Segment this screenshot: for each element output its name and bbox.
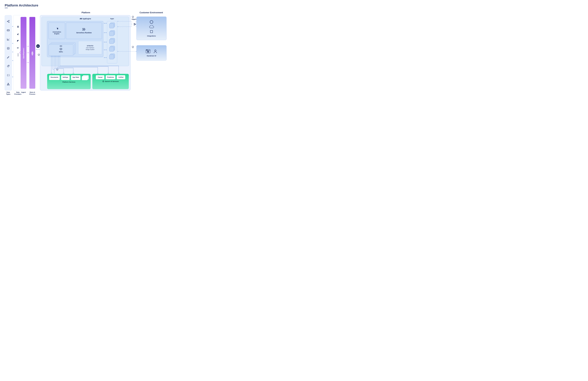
sdks-label: SDKs <box>59 51 63 53</box>
bidir-arrow <box>104 32 107 33</box>
svg-point-0 <box>7 21 8 22</box>
customer-env-title: Customer Environment <box>135 11 168 14</box>
platform-services-box: Documents Settings App State Platform Se… <box>47 74 91 89</box>
openpipeline-label: OpenPipeline™ <box>23 47 24 59</box>
edge-connectors <box>118 20 138 32</box>
circle-icon <box>149 20 153 24</box>
telescope-icon <box>17 32 20 35</box>
svg-point-61 <box>147 50 147 50</box>
ui-connector <box>118 50 136 53</box>
bird-icon <box>17 39 20 42</box>
strato-subtitle: User Interface Design System <box>86 47 94 50</box>
appengine-box: Automation Engine Serverless Runtime SDK… <box>47 21 103 57</box>
platform-box: AppEngine Apps Automation Engine Serverl… <box>40 15 130 90</box>
documents-tile: Documents <box>49 75 60 80</box>
svg-rect-35 <box>80 18 80 19</box>
dynatrace-ui-box: Dynatrace UI <box>136 45 167 61</box>
flow-icon <box>17 46 20 49</box>
store-column: Grail™ <box>29 17 35 89</box>
store-col-label: Store & Process <box>28 91 36 95</box>
svg-rect-34 <box>81 18 82 19</box>
svg-line-3 <box>8 21 9 21</box>
grail-label: Grail™ <box>32 50 33 56</box>
integrations-box: Integrations <box>136 17 167 40</box>
copilot-tile: CoPilot <box>117 75 125 79</box>
more-providers-icon <box>18 54 18 56</box>
app-tile <box>109 38 115 44</box>
svg-point-2 <box>9 22 9 22</box>
app-tile <box>109 22 115 28</box>
automation-engine-box: Automation Engine <box>49 22 65 39</box>
svg-point-55 <box>150 21 153 23</box>
svg-line-4 <box>8 22 9 22</box>
title-underline <box>5 8 8 8</box>
settings-tile: Settings <box>61 75 70 80</box>
architecture-diagram: Platform Customer Environment LOG OpenPi… <box>5 10 167 98</box>
serverless-label: Serverless Runtime <box>76 32 92 34</box>
sdks-stack: SDKs SDK <box>49 42 76 56</box>
cloud-icon <box>149 25 154 29</box>
svg-rect-56 <box>150 30 153 33</box>
svg-rect-37 <box>80 19 80 19</box>
agent-head-icon <box>17 25 20 28</box>
tag-icon <box>7 65 10 68</box>
network-icon <box>7 83 10 85</box>
causal-tile: Causal <box>96 75 104 79</box>
ingest-col-label: Ingest <box>21 91 26 93</box>
svg-rect-39 <box>83 29 85 30</box>
svg-point-47 <box>103 81 104 82</box>
svg-point-59 <box>146 50 147 50</box>
shield-icon <box>38 54 40 56</box>
davis-ai-label: Davis® AI Services <box>102 81 119 82</box>
svg-point-48 <box>103 81 104 82</box>
platform-services-label: Platform Services <box>63 81 75 83</box>
serverless-icon <box>82 28 86 31</box>
svg-rect-5 <box>7 30 9 31</box>
serverless-runtime-box: Serverless Runtime <box>66 22 102 39</box>
dynatrace-ui-label: Dynatrace UI <box>147 55 156 57</box>
shield-icon <box>132 46 134 48</box>
card-icon <box>7 29 10 32</box>
bidir-arrow <box>104 23 107 24</box>
pen-icon <box>7 56 10 59</box>
svg-point-60 <box>147 50 147 50</box>
shield-icon <box>132 16 134 18</box>
svg-point-11 <box>9 66 9 66</box>
svg-rect-12 <box>8 83 9 84</box>
square-icon <box>150 30 153 33</box>
svg-point-1 <box>9 20 9 21</box>
data-types-col-label: Data Types <box>5 91 12 95</box>
strato-box: STRATO User Interface Design System <box>78 41 102 54</box>
davis-ai-services-box: Causal Predictive CoPilot Davis® AI Serv… <box>92 74 129 89</box>
automation-icon <box>55 27 58 30</box>
sdk-badge: SDK <box>60 45 62 46</box>
braces-icon <box>7 74 10 77</box>
svg-point-64 <box>154 50 156 51</box>
automation-label: Automation Engine <box>53 31 61 35</box>
share-icon <box>7 20 10 23</box>
svg-rect-36 <box>80 19 80 19</box>
bidir-arrow <box>104 42 107 43</box>
strato-title: STRATO <box>87 45 93 47</box>
more-services-stack <box>82 75 89 80</box>
davis-icon <box>102 81 104 82</box>
sdk-box-icon <box>60 48 62 50</box>
chart-icon <box>7 38 10 41</box>
platform-section-title: Platform <box>62 11 109 14</box>
svg-rect-25 <box>18 26 18 26</box>
svg-rect-13 <box>7 85 8 85</box>
ingest-column: OpenPipeline™ <box>21 17 26 89</box>
svg-rect-40 <box>83 30 85 30</box>
apps-label: Apps <box>107 18 117 20</box>
user-icon <box>153 49 157 53</box>
svg-text:LOG: LOG <box>7 48 9 49</box>
app-tile <box>109 46 115 52</box>
svg-rect-14 <box>9 85 9 85</box>
data-types-column: LOG <box>5 15 12 90</box>
svg-rect-38 <box>83 28 85 29</box>
bidir-arrow <box>104 49 107 50</box>
predictive-tile: Predictive <box>106 75 115 79</box>
page-title: Platform Architecture <box>5 3 583 7</box>
dql-badge: DQL <box>36 44 40 48</box>
app-tile <box>109 30 115 36</box>
